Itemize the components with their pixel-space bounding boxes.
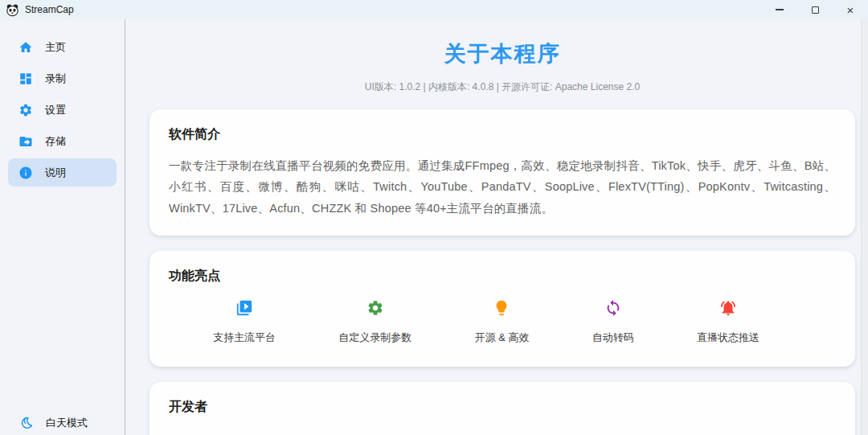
sidebar-item-storage[interactable]: 存储 xyxy=(8,127,117,155)
sidebar-item-label: 说明 xyxy=(45,166,66,180)
main-content: 关于本程序 UI版本: 1.0.2 | 内核版本: 4.0.8 | 开源许可证:… xyxy=(125,19,868,435)
developer-card: 开发者 Hmily 作者 xyxy=(149,382,855,435)
theme-toggle-label: 白天模式 xyxy=(46,416,88,430)
intro-card: 软件简介 一款专注于录制在线直播平台视频的免费应用。通过集成FFmpeg，高效、… xyxy=(149,109,855,236)
feature-status-push: 直播状态推送 xyxy=(697,299,760,345)
record-grid-icon xyxy=(18,72,33,86)
close-button[interactable]: × xyxy=(833,0,868,19)
sidebar-item-label: 录制 xyxy=(45,72,66,86)
sidebar-item-record[interactable]: 录制 xyxy=(8,64,117,92)
minimize-icon xyxy=(776,9,784,10)
sync-icon xyxy=(604,299,622,320)
feature-label: 自定义录制参数 xyxy=(338,330,411,345)
maximize-icon xyxy=(812,6,819,14)
home-icon xyxy=(18,40,33,55)
feature-label: 开源 & 高效 xyxy=(475,330,530,345)
video-library-icon xyxy=(235,299,253,320)
feature-transcode: 自动转码 xyxy=(592,299,634,345)
feature-label: 直播状态推送 xyxy=(697,330,760,345)
sidebar-item-about[interactable]: 说明 xyxy=(8,158,117,187)
intro-card-title: 软件简介 xyxy=(169,126,836,143)
sidebar-item-label: 主页 xyxy=(45,40,66,55)
features-row: 支持主流平台 自定义录制参数 开源 & 高效 xyxy=(169,299,836,350)
developer-card-title: 开发者 xyxy=(169,399,836,416)
feature-open-source: 开源 & 高效 xyxy=(475,299,530,345)
titlebar: StreamCap × xyxy=(0,0,868,19)
bell-icon xyxy=(719,299,737,320)
app-body: 主页 录制 设置 存储 说明 xyxy=(0,19,868,435)
sidebar-item-settings[interactable]: 设置 xyxy=(8,96,117,124)
gear-icon xyxy=(366,299,384,320)
sidebar-item-home[interactable]: 主页 xyxy=(8,33,117,61)
features-card: 功能亮点 支持主流平台 自定义录制参数 xyxy=(149,251,855,367)
page-title: 关于本程序 xyxy=(149,39,855,68)
scrollbar[interactable] xyxy=(861,19,868,435)
features-card-title: 功能亮点 xyxy=(169,268,836,285)
minimize-button[interactable] xyxy=(762,0,797,19)
storage-folder-icon xyxy=(18,134,33,149)
window-controls: × xyxy=(762,0,868,19)
feature-label: 支持主流平台 xyxy=(213,330,276,345)
sidebar-item-label: 存储 xyxy=(45,134,66,149)
app-logo-panda-icon xyxy=(6,3,19,17)
window-title: StreamCap xyxy=(25,4,74,15)
version-line: UI版本: 1.0.2 | 内核版本: 4.0.8 | 开源许可证: Apach… xyxy=(149,80,855,94)
info-icon xyxy=(18,166,33,180)
theme-toggle[interactable]: 白天模式 xyxy=(0,416,125,430)
close-icon: × xyxy=(847,4,854,16)
maximize-button[interactable] xyxy=(797,0,833,19)
feature-custom-params: 自定义录制参数 xyxy=(338,299,411,345)
moon-icon xyxy=(19,416,34,430)
lightbulb-icon xyxy=(493,299,510,320)
sidebar-item-label: 设置 xyxy=(45,103,66,117)
feature-platforms: 支持主流平台 xyxy=(213,299,276,345)
sidebar: 主页 录制 设置 存储 说明 xyxy=(0,19,125,435)
settings-gear-icon xyxy=(18,103,33,117)
intro-card-body: 一款专注于录制在线直播平台视频的免费应用。通过集成FFmpeg，高效、稳定地录制… xyxy=(169,155,836,219)
feature-label: 自动转码 xyxy=(592,330,634,345)
